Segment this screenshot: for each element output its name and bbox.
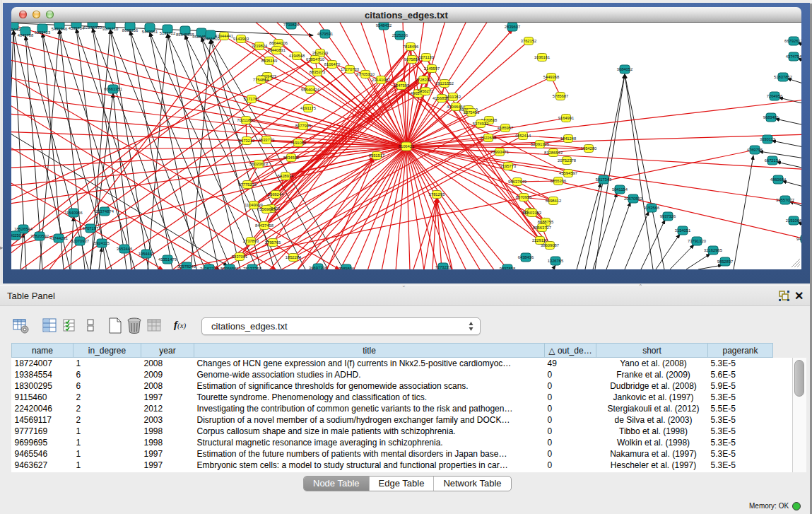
svg-text:73993471: 73993471	[490, 150, 509, 154]
svg-text:2795765: 2795765	[265, 240, 281, 245]
svg-text:6707197: 6707197	[83, 226, 99, 230]
svg-text:1841248: 1841248	[560, 136, 577, 141]
svg-text:1247595: 1247595	[394, 83, 410, 88]
svg-text:5437001: 5437001	[232, 255, 248, 259]
svg-text:1852264: 1852264	[286, 255, 302, 259]
svg-text:82070937: 82070937	[71, 239, 89, 243]
svg-text:6438436: 6438436	[518, 255, 534, 259]
svg-text:9375710: 9375710	[102, 27, 119, 31]
svg-text:4191175: 4191175	[300, 106, 316, 110]
svg-text:75569635: 75569635	[257, 207, 276, 211]
svg-text:6271130: 6271130	[418, 55, 434, 59]
svg-text:73791320: 73791320	[688, 239, 706, 243]
svg-text:8935169: 8935169	[261, 59, 278, 63]
svg-text:5443951: 5443951	[142, 30, 158, 34]
svg-text:72820592: 72820592	[30, 234, 49, 238]
svg-text:8434500: 8434500	[283, 156, 300, 160]
svg-text:8106422: 8106422	[399, 144, 415, 148]
svg-text:19121552: 19121552	[435, 81, 454, 86]
svg-text:5428914: 5428914	[278, 174, 294, 178]
svg-text:36697396: 36697396	[309, 266, 327, 269]
svg-text:18526544: 18526544	[14, 227, 33, 231]
svg-text:2626229: 2626229	[312, 51, 329, 55]
svg-text:4842788: 4842788	[18, 33, 34, 37]
svg-text:5041154: 5041154	[612, 187, 628, 192]
svg-text:7754864: 7754864	[253, 78, 269, 82]
svg-text:3653446: 3653446	[117, 247, 133, 251]
svg-text:86644106: 86644106	[269, 41, 288, 45]
svg-text:84437458: 84437458	[255, 223, 273, 228]
svg-text:2191066: 2191066	[786, 218, 801, 223]
svg-text:3030113: 3030113	[760, 137, 775, 141]
svg-text:8351517: 8351517	[369, 153, 385, 158]
svg-text:9683481: 9683481	[763, 115, 779, 119]
svg-text:11540956: 11540956	[64, 211, 82, 215]
svg-text:41944441: 41944441	[215, 34, 233, 38]
svg-text:6855396: 6855396	[551, 179, 567, 183]
svg-text:5191056: 5191056	[290, 141, 307, 145]
svg-text:20752378: 20752378	[558, 158, 576, 163]
svg-text:39557077: 39557077	[776, 198, 794, 202]
svg-text:7089806: 7089806	[339, 267, 355, 269]
svg-text:5137722: 5137722	[160, 31, 176, 35]
svg-text:4769795: 4769795	[747, 148, 763, 152]
svg-text:9852897: 9852897	[717, 259, 734, 264]
svg-text:85563727: 85563727	[533, 226, 551, 230]
svg-text:3011363: 3011363	[445, 95, 461, 99]
svg-text:5785687: 5785687	[553, 94, 569, 98]
svg-text:5171761: 5171761	[244, 97, 260, 101]
svg-text:4860684: 4860684	[770, 177, 787, 182]
svg-text:9164991: 9164991	[558, 116, 575, 120]
svg-text:24282218: 24282218	[200, 267, 218, 269]
svg-text:8670955: 8670955	[516, 195, 532, 199]
svg-text:50056581: 50056581	[220, 267, 239, 269]
svg-text:66661351: 66661351	[104, 87, 122, 91]
svg-text:52091325: 52091325	[531, 142, 549, 146]
svg-text:7264956: 7264956	[767, 94, 783, 98]
svg-text:4374754: 4374754	[786, 54, 801, 59]
svg-text:5924115: 5924115	[94, 241, 110, 245]
svg-text:2022698: 2022698	[481, 136, 497, 140]
svg-text:4194548: 4194548	[289, 54, 305, 58]
svg-text:50603163: 50603163	[523, 211, 541, 215]
svg-text:56020613: 56020613	[249, 162, 268, 166]
svg-text:97705310: 97705310	[356, 72, 375, 76]
svg-text:1954280: 1954280	[581, 146, 597, 151]
svg-text:1326765: 1326765	[548, 259, 564, 263]
svg-text:4185957: 4185957	[498, 126, 514, 130]
svg-text:55540424: 55540424	[301, 88, 320, 92]
svg-text:20570592: 20570592	[624, 197, 642, 201]
svg-text:2149597: 2149597	[424, 66, 440, 71]
svg-text:9548432: 9548432	[376, 23, 392, 28]
svg-text:38609087: 38609087	[541, 243, 559, 247]
svg-text:81286543: 81286543	[544, 151, 563, 155]
svg-text:4652414: 4652414	[515, 134, 531, 138]
svg-text:9143903: 9143903	[233, 37, 249, 41]
svg-text:45351479: 45351479	[158, 257, 177, 262]
svg-text:5098412: 5098412	[546, 199, 562, 203]
svg-text:78137358: 78137358	[243, 267, 261, 269]
svg-text:51837852: 51837852	[774, 75, 792, 79]
svg-text:8077999: 8077999	[295, 124, 312, 128]
svg-text:7700828: 7700828	[283, 23, 300, 27]
svg-text:67854710: 67854710	[306, 57, 324, 62]
svg-text:5781295: 5781295	[429, 192, 445, 197]
svg-text:1036161: 1036161	[534, 55, 551, 59]
svg-text:8698256: 8698256	[122, 28, 139, 33]
svg-text:4679591: 4679591	[317, 32, 334, 36]
svg-text:32162965: 32162965	[704, 248, 722, 252]
svg-text:2737893: 2737893	[243, 239, 259, 243]
svg-text:3684052: 3684052	[617, 67, 633, 71]
svg-text:5456272: 5456272	[418, 89, 434, 93]
svg-text:8835373: 8835373	[310, 70, 326, 74]
svg-text:73440831: 73440831	[267, 48, 286, 52]
svg-text:2839607: 2839607	[505, 25, 521, 29]
svg-text:9153566: 9153566	[644, 206, 660, 210]
svg-text:17270733: 17270733	[341, 67, 359, 71]
svg-text:7402509: 7402509	[11, 233, 23, 238]
svg-text:3154051: 3154051	[675, 228, 691, 233]
svg-text:4533779: 4533779	[259, 138, 275, 142]
svg-text:5374922: 5374922	[473, 122, 489, 126]
svg-text:2375453: 2375453	[464, 110, 480, 115]
svg-text:3219824: 3219824	[252, 44, 268, 48]
